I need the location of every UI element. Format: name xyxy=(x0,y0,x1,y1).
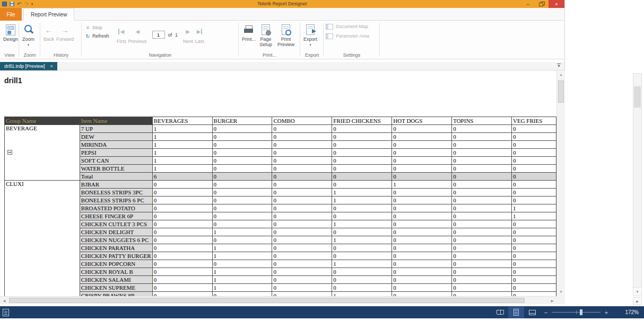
table-row: PEPSI1000000 xyxy=(5,149,556,157)
web-layout-icon xyxy=(529,310,536,315)
value-cell: 0 xyxy=(512,220,556,228)
value-cell: 0 xyxy=(332,252,392,260)
file-menu-button[interactable]: File xyxy=(0,8,22,21)
value-cell: 0 xyxy=(392,197,452,204)
scroll-left-icon[interactable]: ◀ xyxy=(0,297,8,304)
previous-page-button[interactable]: ◀ Previous xyxy=(127,24,148,46)
tab-list-pin-icon[interactable]: ▼ xyxy=(557,64,561,68)
item-name-cell: CRISPY PRAWNS 8P xyxy=(80,292,152,297)
value-cell: 1 xyxy=(332,189,392,197)
value-cell: 0 xyxy=(512,292,556,297)
group-label-navigation: Navigation xyxy=(82,52,239,58)
value-cell: 0 xyxy=(392,276,452,284)
group-label-view: View xyxy=(0,52,19,58)
group-label-zoom: Zoom xyxy=(19,52,40,58)
stop-label: Stop xyxy=(92,25,102,30)
report-page: drill1 Group NameItem NameBEVERAGESBURGE… xyxy=(0,70,556,296)
scroll-up-icon[interactable]: ▲ xyxy=(557,70,565,79)
value-cell: 0 xyxy=(512,268,556,276)
page-of-label: of xyxy=(168,32,172,38)
outer-scrollbar-thumb[interactable] xyxy=(634,86,641,108)
print-button[interactable]: Print... xyxy=(241,22,257,43)
value-cell: 0 xyxy=(212,125,272,133)
viewer-vertical-scrollbar[interactable]: ▲ ▼ xyxy=(556,70,565,296)
zoom-in-button[interactable]: + xyxy=(601,309,612,316)
value-cell: 1 xyxy=(152,149,212,157)
window-title: Telerik Report Designer xyxy=(0,0,564,8)
value-cell: 0 xyxy=(152,228,212,236)
table-row: CHICKEN NUGGETS 6 PC0001000 xyxy=(5,236,556,244)
value-cell: 0 xyxy=(392,204,452,212)
back-button[interactable]: ← Back xyxy=(42,22,55,43)
total-value-cell: 0 xyxy=(332,173,392,181)
export-button[interactable]: Export ▾ xyxy=(302,22,318,48)
header-group-name: Group Name xyxy=(5,117,80,125)
vertical-scrollbar-thumb[interactable] xyxy=(558,81,564,103)
zoom-button[interactable]: Zoom ▾ xyxy=(21,22,36,48)
header-item-name: Item Name xyxy=(80,117,152,125)
close-button[interactable]: × xyxy=(549,0,564,8)
zoom-slider-thumb[interactable] xyxy=(580,309,582,315)
viewer-horizontal-scrollbar[interactable]: ◀ ▶ xyxy=(0,296,556,304)
page-total-label: 1 xyxy=(175,32,178,38)
outer-vertical-scrollbar[interactable]: ▼ xyxy=(633,73,642,296)
zoom-dropdown-icon: ▾ xyxy=(28,43,30,47)
page-number-input[interactable] xyxy=(152,31,165,39)
value-cell: 0 xyxy=(212,236,272,244)
total-value-cell: 0 xyxy=(212,173,272,181)
window-controls: – × xyxy=(521,0,564,8)
parameter-area-toggle[interactable]: Parameter Area xyxy=(326,32,380,40)
value-cell: 0 xyxy=(152,204,212,212)
value-cell: 0 xyxy=(272,189,332,197)
web-layout-button[interactable] xyxy=(524,306,540,318)
item-name-cell: CHICKEN SALAMI xyxy=(80,276,152,284)
value-cell: 0 xyxy=(452,125,512,133)
document-tab-drill1[interactable]: drill1.trdp [Preview] × xyxy=(0,62,57,70)
next-page-button[interactable]: ▶ Next xyxy=(182,24,194,46)
horizontal-scrollbar-thumb[interactable] xyxy=(9,298,525,303)
tab-report-preview[interactable]: Report Preview xyxy=(23,8,74,21)
design-button[interactable]: Design xyxy=(2,22,19,43)
first-page-button[interactable]: ◀ First xyxy=(116,24,127,46)
zoom-slider[interactable] xyxy=(552,306,601,318)
zoom-out-button[interactable]: − xyxy=(540,309,552,316)
forward-button[interactable]: → Forward xyxy=(55,22,75,43)
stop-button[interactable]: × Stop xyxy=(84,23,116,32)
print-layout-button[interactable] xyxy=(508,306,524,318)
value-cell: 1 xyxy=(152,165,212,173)
value-cell: 0 xyxy=(272,149,332,157)
item-name-cell: BROASTED POTATO xyxy=(80,204,152,212)
outer-scroll-down-icon[interactable]: ▼ xyxy=(633,287,641,296)
ribbon: Design View Zoom ▾ Zoom ← xyxy=(0,21,564,59)
document-map-toggle[interactable]: Document Map xyxy=(326,23,380,30)
restore-button[interactable] xyxy=(535,0,549,8)
ribbon-group-print: Print... Page Setup Print Preview Print.… xyxy=(239,21,300,59)
outer-scroll-right-icon[interactable]: ▶ xyxy=(633,297,642,305)
minimize-button[interactable]: – xyxy=(521,0,535,8)
refresh-button[interactable]: ↻ Refresh xyxy=(84,32,116,40)
document-map-label: Document Map xyxy=(336,24,368,29)
ribbon-tab-row: File Report Preview xyxy=(0,8,564,21)
group-collapse-toggle[interactable] xyxy=(7,150,12,155)
last-page-button[interactable]: ▶ Last xyxy=(194,24,205,46)
scroll-down-icon[interactable]: ▼ xyxy=(557,288,565,296)
value-cell: 0 xyxy=(152,220,212,228)
first-page-icon: ◀ xyxy=(118,29,124,35)
page-setup-button[interactable]: Page Setup xyxy=(257,22,275,48)
value-cell: 0 xyxy=(332,268,392,276)
zoom-percentage[interactable]: 172% xyxy=(616,309,639,315)
screen: ↶ ↷ ▾ Telerik Report Designer – × File R… xyxy=(0,0,644,321)
value-cell: 0 xyxy=(272,204,332,212)
item-name-cell: 7 UP xyxy=(80,125,152,133)
document-tab-close-icon[interactable]: × xyxy=(50,64,53,69)
proofing-status-icon[interactable] xyxy=(3,309,9,316)
scroll-right-icon[interactable]: ▶ xyxy=(548,297,556,304)
forward-label: Forward xyxy=(56,37,74,42)
print-label: Print... xyxy=(242,37,256,42)
read-mode-button[interactable] xyxy=(492,306,508,318)
value-cell: 0 xyxy=(452,228,512,236)
print-preview-button[interactable]: Print Preview xyxy=(275,22,297,48)
zoom-icon xyxy=(23,24,33,35)
value-cell: 0 xyxy=(392,212,452,220)
value-cell: 1 xyxy=(332,197,392,204)
